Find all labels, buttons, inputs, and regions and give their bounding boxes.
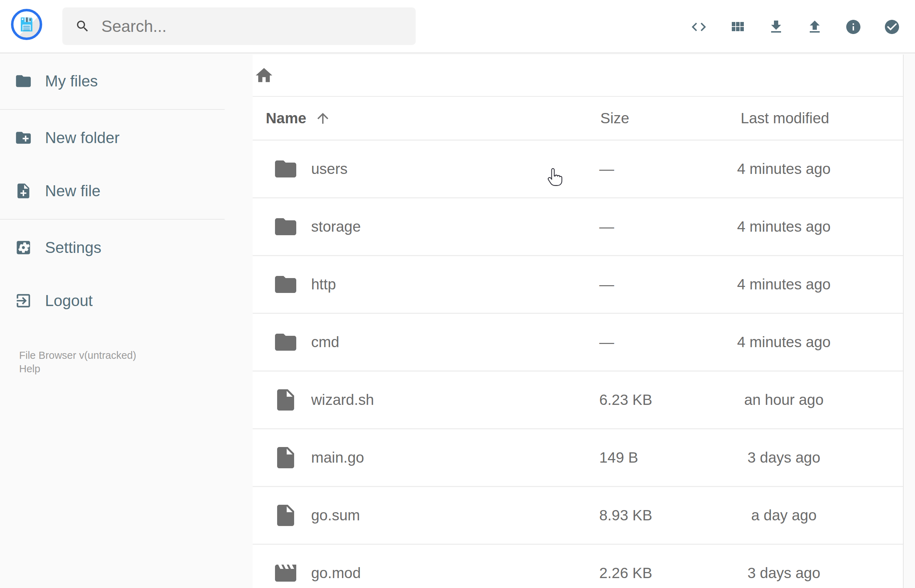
sidebar-item-my-files[interactable]: My files xyxy=(0,55,253,108)
file-size: — xyxy=(599,218,709,235)
movie-icon xyxy=(253,561,298,586)
file-modified: 4 minutes ago xyxy=(709,276,858,293)
help-link[interactable]: Help xyxy=(19,362,136,375)
sidebar: My filesNew folderNew fileSettingsLogout… xyxy=(0,55,253,588)
switch-view-button[interactable] xyxy=(729,18,746,36)
table-body: users—4 minutes agostorage—4 minutes ago… xyxy=(253,140,903,588)
table-row-storage[interactable]: storage—4 minutes ago xyxy=(253,197,903,255)
sidebar-footer: File Browser v(untracked) Help xyxy=(19,349,136,375)
file-icon xyxy=(273,445,298,470)
file-name: main.go xyxy=(311,449,599,466)
table-header: Name Size Last modified xyxy=(253,97,903,140)
raw-view-button[interactable] xyxy=(690,18,707,36)
table-row-cmd[interactable]: cmd—4 minutes ago xyxy=(253,313,903,370)
app-logo[interactable] xyxy=(11,9,42,40)
file-name: go.mod xyxy=(311,565,599,582)
folder-icon xyxy=(253,214,298,239)
download-icon xyxy=(768,18,785,36)
file-name: http xyxy=(311,276,599,293)
check-circle-icon xyxy=(883,18,900,36)
info-button[interactable] xyxy=(845,18,862,36)
file-icon xyxy=(253,502,298,528)
file-name: storage xyxy=(311,218,599,235)
sidebar-item-label: My files xyxy=(45,72,98,90)
file-plus-icon xyxy=(15,182,32,200)
sidebar-divider xyxy=(0,219,225,220)
sort-ascending-icon xyxy=(315,110,331,126)
file-size: 149 B xyxy=(599,449,709,466)
file-icon xyxy=(253,387,298,413)
table-row-http[interactable]: http—4 minutes ago xyxy=(253,255,903,313)
logout-icon xyxy=(15,292,32,310)
sidebar-divider xyxy=(0,109,225,110)
folder-icon xyxy=(273,272,298,297)
file-modified: an hour ago xyxy=(709,391,858,409)
folder-icon xyxy=(253,156,298,182)
folder-icon xyxy=(273,214,298,239)
table-row-users[interactable]: users—4 minutes ago xyxy=(253,140,903,197)
file-size: 8.93 KB xyxy=(599,507,709,524)
search-input[interactable] xyxy=(101,16,406,36)
file-icon xyxy=(273,387,298,413)
file-size: — xyxy=(599,160,709,178)
sidebar-item-label: New file xyxy=(45,182,101,200)
file-listing: Name Size Last modified users—4 minutes … xyxy=(253,55,904,588)
table-row-wizard-sh[interactable]: wizard.sh6.23 KBan hour ago xyxy=(253,370,903,428)
sidebar-item-label: Logout xyxy=(45,292,93,310)
sidebar-item-label: Settings xyxy=(45,239,101,257)
header-actions xyxy=(690,0,900,53)
folder-icon xyxy=(273,156,298,182)
column-header-size[interactable]: Size xyxy=(600,110,710,127)
file-size: — xyxy=(599,276,709,293)
folder-icon xyxy=(15,72,32,90)
file-modified: 3 days ago xyxy=(709,565,858,582)
table-row-go-sum[interactable]: go.sum8.93 KBa day ago xyxy=(253,486,903,544)
app-version: File Browser v(untracked) xyxy=(19,349,136,362)
sidebar-item-logout[interactable]: Logout xyxy=(0,274,253,327)
sidebar-item-new-file[interactable]: New file xyxy=(0,164,253,218)
sidebar-item-settings[interactable]: Settings xyxy=(0,221,253,274)
header xyxy=(0,0,915,53)
download-button[interactable] xyxy=(768,18,785,36)
breadcrumb xyxy=(253,55,903,97)
column-header-modified[interactable]: Last modified xyxy=(710,110,860,127)
file-modified: 3 days ago xyxy=(709,449,858,466)
file-size: 6.23 KB xyxy=(599,391,709,409)
table-row-main-go[interactable]: main.go149 B3 days ago xyxy=(253,428,903,486)
search-icon xyxy=(75,19,90,34)
file-name: wizard.sh xyxy=(311,391,599,409)
code-icon xyxy=(690,18,707,36)
file-icon xyxy=(273,502,298,528)
file-modified: 4 minutes ago xyxy=(709,160,858,178)
sidebar-item-new-folder[interactable]: New folder xyxy=(0,111,253,164)
file-name: cmd xyxy=(311,334,599,351)
grid-view-icon xyxy=(729,18,746,36)
folder-icon xyxy=(253,272,298,297)
file-modified: 4 minutes ago xyxy=(709,218,858,235)
settings-icon xyxy=(15,239,32,257)
table-row-go-mod[interactable]: go.mod2.26 KB3 days ago xyxy=(253,544,903,588)
upload-icon xyxy=(806,18,823,36)
file-icon xyxy=(253,445,298,470)
file-size: — xyxy=(599,334,709,351)
search-bar[interactable] xyxy=(62,7,416,45)
floppy-disk-icon xyxy=(17,15,37,34)
home-button[interactable] xyxy=(254,66,274,86)
file-size: 2.26 KB xyxy=(599,565,709,582)
file-name: users xyxy=(311,160,599,178)
column-header-name[interactable]: Name xyxy=(253,110,600,127)
info-icon xyxy=(845,18,862,36)
home-icon xyxy=(254,66,274,86)
file-modified: a day ago xyxy=(709,507,858,524)
sidebar-item-label: New folder xyxy=(45,129,120,147)
folder-plus-icon xyxy=(15,129,32,147)
file-modified: 4 minutes ago xyxy=(709,334,858,351)
folder-icon xyxy=(253,330,298,355)
column-label-name: Name xyxy=(266,110,306,127)
select-multiple-button[interactable] xyxy=(883,18,900,36)
upload-button[interactable] xyxy=(806,18,823,36)
file-name: go.sum xyxy=(311,507,599,524)
movie-icon xyxy=(273,561,298,586)
folder-icon xyxy=(273,330,298,355)
